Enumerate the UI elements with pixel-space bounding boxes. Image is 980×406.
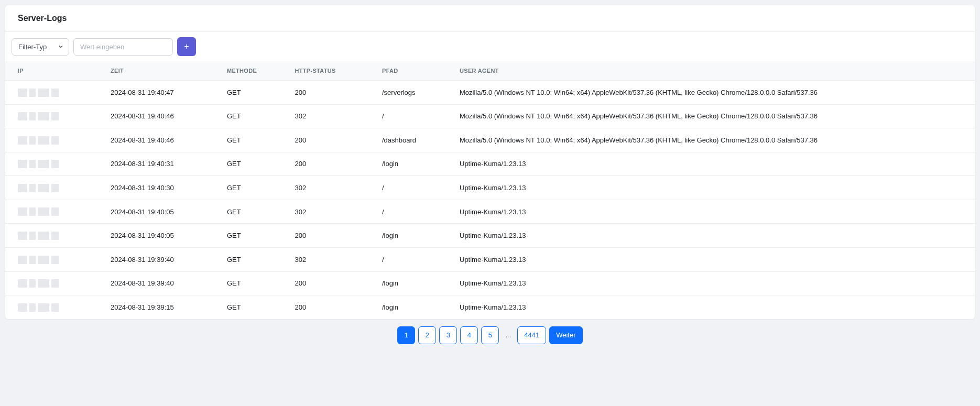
page-title: Server-Logs [18,14,962,23]
cell-status: 302 [287,200,374,224]
cell-method: GET [219,104,287,128]
col-status: HTTP-STATUS [287,61,374,81]
cell-pfad: /login [374,224,451,248]
filter-bar: Filter-Typ + [5,32,975,61]
col-ip: IP [5,61,102,81]
cell-zeit: 2024-08-31 19:39:40 [102,271,219,295]
cell-status: 302 [287,247,374,271]
cell-method: GET [219,200,287,224]
cell-ua: Mozilla/5.0 (Windows NT 10.0; Win64; x64… [451,81,975,105]
logs-table: IP ZEIT METHODE HTTP-STATUS PFAD USER AG… [5,61,975,319]
cell-ip [5,176,102,200]
table-row: 2024-08-31 19:40:05GET302/Uptime-Kuma/1.… [5,200,975,224]
page-ellipsis: ... [502,331,514,339]
cell-status: 302 [287,176,374,200]
cell-pfad: / [374,200,451,224]
cell-status: 200 [287,295,374,319]
cell-status: 200 [287,128,374,152]
cell-zeit: 2024-08-31 19:39:15 [102,295,219,319]
ip-redacted [18,279,61,288]
table-row: 2024-08-31 19:40:46GET302/Mozilla/5.0 (W… [5,104,975,128]
cell-pfad: /serverlogs [374,81,451,105]
table-row: 2024-08-31 19:40:31GET200/loginUptime-Ku… [5,152,975,176]
cell-zeit: 2024-08-31 19:40:47 [102,81,219,105]
cell-ua: Uptime-Kuma/1.23.13 [451,224,975,248]
page-next-button[interactable]: Weiter [549,326,582,344]
table-header-row: IP ZEIT METHODE HTTP-STATUS PFAD USER AG… [5,61,975,81]
page-button-1[interactable]: 1 [397,326,415,344]
cell-status: 200 [287,271,374,295]
table-row: 2024-08-31 19:39:40GET302/Uptime-Kuma/1.… [5,247,975,271]
cell-ua: Mozilla/5.0 (Windows NT 10.0; Win64; x64… [451,104,975,128]
table-row: 2024-08-31 19:40:30GET302/Uptime-Kuma/1.… [5,176,975,200]
cell-zeit: 2024-08-31 19:40:46 [102,128,219,152]
add-filter-button[interactable]: + [177,37,196,56]
page-button-4[interactable]: 4 [460,326,478,344]
page-button-3[interactable]: 3 [439,326,457,344]
cell-ua: Uptime-Kuma/1.23.13 [451,247,975,271]
page-button-2[interactable]: 2 [418,326,436,344]
table-row: 2024-08-31 19:39:15GET200/loginUptime-Ku… [5,295,975,319]
filter-type-select[interactable]: Filter-Typ [12,38,69,56]
cell-zeit: 2024-08-31 19:40:05 [102,200,219,224]
cell-pfad: /login [374,152,451,176]
cell-ip [5,152,102,176]
col-pfad: PFAD [374,61,451,81]
server-logs-card: Server-Logs Filter-Typ + IP ZEIT M [5,5,975,319]
col-ua: USER AGENT [451,61,975,81]
ip-redacted [18,207,61,216]
ip-redacted [18,160,61,168]
cell-ip [5,247,102,271]
cell-status: 200 [287,81,374,105]
cell-status: 200 [287,152,374,176]
cell-ua: Uptime-Kuma/1.23.13 [451,152,975,176]
cell-ua: Uptime-Kuma/1.23.13 [451,271,975,295]
table-row: 2024-08-31 19:40:05GET200/loginUptime-Ku… [5,224,975,248]
table-row: 2024-08-31 19:40:47GET200/serverlogsMozi… [5,81,975,105]
cell-ip [5,271,102,295]
cell-method: GET [219,224,287,248]
cell-ip [5,81,102,105]
cell-ua: Uptime-Kuma/1.23.13 [451,176,975,200]
ip-redacted [18,303,61,312]
cell-zeit: 2024-08-31 19:40:46 [102,104,219,128]
cell-pfad: / [374,176,451,200]
cell-method: GET [219,176,287,200]
filter-value-input[interactable] [73,38,173,56]
cell-ip [5,128,102,152]
cell-ip [5,295,102,319]
col-zeit: ZEIT [102,61,219,81]
cell-ua: Uptime-Kuma/1.23.13 [451,200,975,224]
cell-pfad: /login [374,271,451,295]
cell-ip [5,224,102,248]
cell-method: GET [219,81,287,105]
cell-zeit: 2024-08-31 19:40:05 [102,224,219,248]
cell-ua: Mozilla/5.0 (Windows NT 10.0; Win64; x64… [451,128,975,152]
cell-method: GET [219,152,287,176]
ip-redacted [18,184,61,192]
col-methode: METHODE [219,61,287,81]
ip-redacted [18,232,61,240]
cell-zeit: 2024-08-31 19:40:31 [102,152,219,176]
cell-pfad: /dashboard [374,128,451,152]
cell-pfad: /login [374,295,451,319]
cell-ip [5,104,102,128]
cell-method: GET [219,247,287,271]
page-button-last[interactable]: 4441 [517,326,546,344]
page-button-5[interactable]: 5 [481,326,499,344]
ip-redacted [18,89,61,97]
pagination: 12345...4441Weiter [5,319,975,348]
cell-zeit: 2024-08-31 19:40:30 [102,176,219,200]
filter-type-wrap: Filter-Typ [12,38,69,56]
ip-redacted [18,112,61,120]
cell-method: GET [219,271,287,295]
cell-ua: Uptime-Kuma/1.23.13 [451,295,975,319]
table-row: 2024-08-31 19:40:46GET200/dashboardMozil… [5,128,975,152]
cell-status: 200 [287,224,374,248]
ip-redacted [18,256,61,264]
cell-method: GET [219,295,287,319]
table-row: 2024-08-31 19:39:40GET200/loginUptime-Ku… [5,271,975,295]
cell-status: 302 [287,104,374,128]
cell-pfad: / [374,104,451,128]
cell-ip [5,200,102,224]
